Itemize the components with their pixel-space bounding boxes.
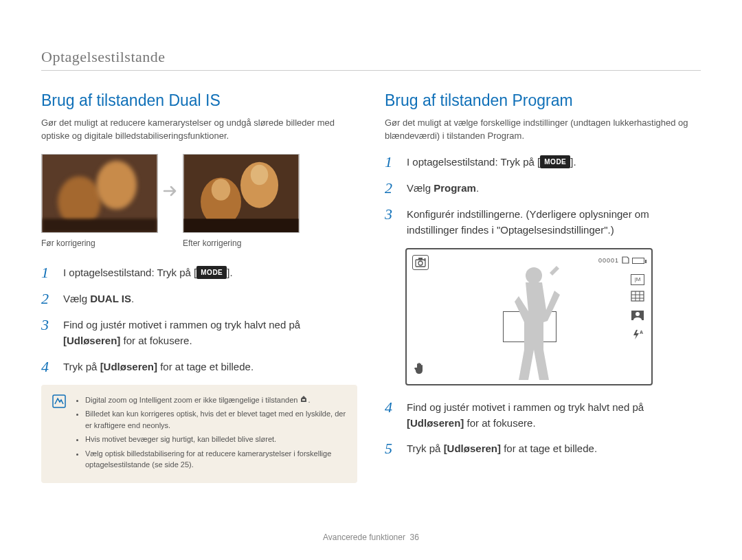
- step-number: 4: [41, 359, 54, 375]
- mode-button-icon: MODE: [540, 155, 570, 169]
- step-number: 1: [41, 265, 54, 281]
- dual-is-icon: [300, 395, 308, 403]
- shot-counter: 00001: [598, 257, 619, 264]
- step-body: I optagelsestilstand: Tryk på [MODE].: [407, 154, 701, 170]
- card-icon: [622, 256, 629, 265]
- topic-title-dual-is: Brug af tilstanden Dual IS: [41, 91, 357, 110]
- svg-text:P: P: [424, 258, 426, 262]
- step-number: 3: [41, 317, 54, 349]
- note-list: Digital zoom og Intelligent zoom er ikke…: [74, 394, 346, 473]
- arrow-icon: [158, 183, 183, 203]
- photo-before: [41, 154, 158, 233]
- status-top-right: 00001: [598, 256, 644, 265]
- svg-point-22: [636, 312, 640, 316]
- note-item: Digital zoom og Intelligent zoom er ikke…: [85, 394, 346, 406]
- person-silhouette-icon: [496, 263, 572, 383]
- topic-title-program: Brug af tilstanden Program: [385, 91, 701, 110]
- intro-dual-is: Gør det muligt at reducere kamerarystels…: [41, 117, 357, 143]
- battery-icon: [632, 258, 644, 264]
- step-3: 3 Konfigurér indstillingerne. (Yderliger…: [385, 206, 701, 238]
- section-header: Optagelsestilstande: [41, 48, 701, 66]
- step-3: 3 Find og justér motivet i rammen og try…: [41, 317, 357, 349]
- svg-rect-11: [302, 399, 305, 401]
- svg-point-13: [418, 261, 423, 265]
- svg-point-24: [526, 267, 542, 284]
- intro-program: Gør det muligt at vælge forskellige inds…: [385, 117, 701, 143]
- step-body: Find og justér motivet i rammen og tryk …: [407, 399, 701, 432]
- step-body: Vælg Program.: [407, 180, 701, 197]
- step-body: Find og justér motivet i rammen og tryk …: [63, 317, 357, 349]
- note-item: Hvis motivet bevæger sig hurtigt, kan bi…: [85, 434, 346, 445]
- header-rule: [41, 70, 701, 71]
- svg-text:A: A: [640, 330, 643, 335]
- svg-rect-9: [183, 219, 298, 232]
- mode-indicator-icon: P: [412, 255, 429, 270]
- step-1: 1 I optagelsestilstand: Tryk på [MODE].: [385, 154, 701, 170]
- note-box: Digital zoom og Intelligent zoom er ikke…: [41, 385, 357, 483]
- comparison-images: [41, 154, 357, 233]
- note-item: Billedet kan kun korrigeres optisk, hvis…: [85, 408, 346, 431]
- stabilization-icon: [414, 362, 426, 377]
- step-2: 2 Vælg Program.: [385, 180, 701, 197]
- step-5: 5 Tryk på [Udløseren] for at tage et bil…: [385, 440, 701, 457]
- svg-rect-14: [418, 258, 423, 260]
- step-body: I optagelsestilstand: Tryk på [MODE].: [63, 265, 357, 281]
- page: Optagelsestilstande Brug af tilstanden D…: [0, 0, 742, 560]
- step-body: Tryk på [Udløseren] for at tage et bille…: [63, 359, 357, 375]
- svg-point-6: [212, 179, 231, 200]
- step-body: Konfigurér indstillingerne. (Yderligere …: [407, 206, 701, 238]
- camera-screen-preview: P 00001 |M A: [405, 248, 653, 385]
- step-number: 2: [385, 180, 397, 197]
- steps-dual-is: 1 I optagelsestilstand: Tryk på [MODE]. …: [41, 265, 357, 375]
- column-left: Brug af tilstanden Dual IS Gør det mulig…: [41, 91, 357, 483]
- step-number: 5: [385, 440, 397, 457]
- columns: Brug af tilstanden Dual IS Gør det mulig…: [41, 91, 701, 483]
- footer: Avancerede funktioner 36: [0, 533, 742, 542]
- quality-icon: [631, 291, 644, 304]
- svg-point-8: [251, 164, 269, 184]
- step-1: 1 I optagelsestilstand: Tryk på [MODE].: [41, 265, 357, 281]
- flash-auto-icon: A: [631, 329, 644, 343]
- caption-before: Før korrigering: [41, 238, 183, 248]
- resolution-icon: |M: [631, 274, 644, 285]
- right-icon-column: |M A: [631, 274, 644, 343]
- step-4: 4 Tryk på [Udløseren] for at tage et bil…: [41, 359, 357, 375]
- steps-program: 1 I optagelsestilstand: Tryk på [MODE]. …: [385, 154, 701, 238]
- caption-row: Før korrigering Efter korrigering: [41, 238, 357, 248]
- step-number: 4: [385, 399, 397, 432]
- column-right: Brug af tilstanden Program Gør det mulig…: [385, 91, 701, 483]
- step-number: 3: [385, 206, 397, 238]
- svg-point-2: [96, 161, 137, 210]
- step-body: Tryk på [Udløseren] for at tage et bille…: [407, 440, 701, 457]
- face-detect-icon: [631, 310, 644, 324]
- step-2: 2 Vælg DUAL IS.: [41, 291, 357, 307]
- photo-after: [183, 154, 300, 233]
- step-4: 4 Find og justér motivet i rammen og try…: [385, 399, 701, 432]
- caption-after: Efter korrigering: [183, 238, 241, 248]
- step-body: Vælg DUAL IS.: [63, 291, 357, 307]
- step-number: 1: [385, 154, 397, 170]
- note-item: Vælg optisk billedstabilisering for at r…: [85, 448, 346, 471]
- page-number: 36: [410, 533, 419, 542]
- footer-label: Avancerede funktioner: [323, 533, 405, 542]
- svg-rect-16: [631, 291, 644, 301]
- steps-program-cont: 4 Find og justér motivet i rammen og try…: [385, 399, 701, 458]
- step-number: 2: [41, 291, 54, 307]
- mode-button-icon: MODE: [196, 266, 227, 280]
- note-icon: [52, 394, 66, 408]
- svg-rect-3: [42, 219, 157, 232]
